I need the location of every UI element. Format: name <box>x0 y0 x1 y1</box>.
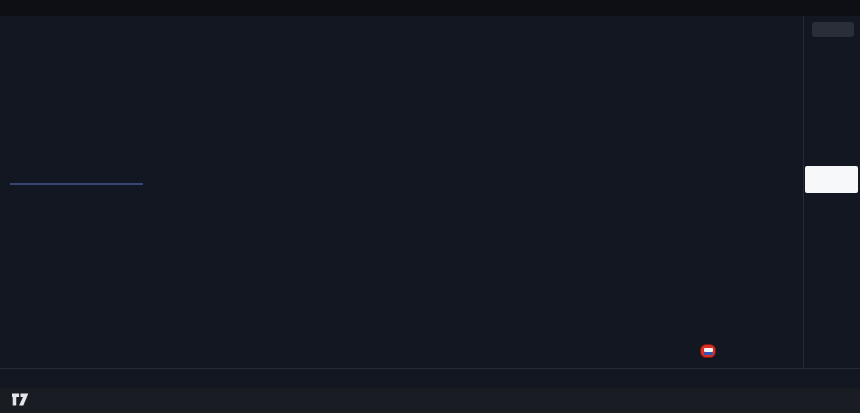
tradingview-logo-icon <box>12 392 29 407</box>
tradingview-logo[interactable] <box>12 392 35 407</box>
current-price-label[interactable] <box>805 166 858 193</box>
chart-area[interactable] <box>0 16 803 368</box>
axis-separator-horizontal <box>0 368 860 369</box>
event-marker-icon[interactable] <box>700 344 716 358</box>
attribution-bar <box>0 0 860 16</box>
symbol-legend[interactable] <box>13 20 18 30</box>
footer-bar <box>0 388 860 413</box>
currency-toggle-button[interactable] <box>812 22 854 37</box>
axis-separator-vertical <box>803 16 804 368</box>
indicator-status-table <box>10 183 143 185</box>
tradingview-app <box>0 0 860 413</box>
